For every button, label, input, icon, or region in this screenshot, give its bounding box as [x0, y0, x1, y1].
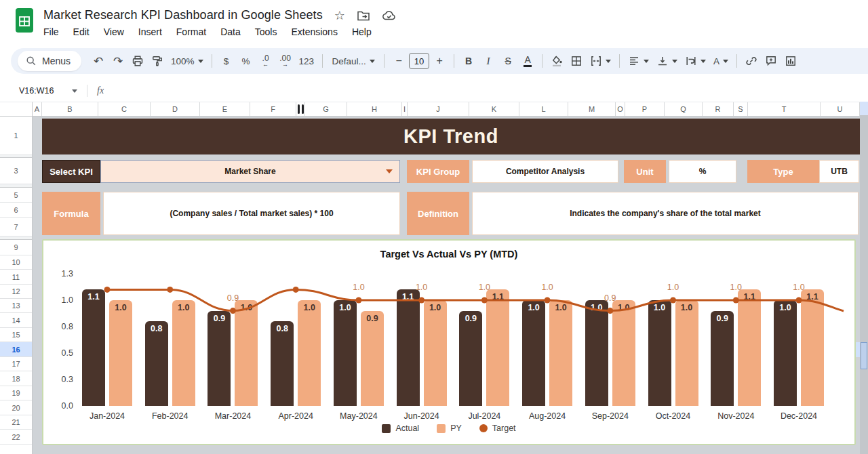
text-wrap-button[interactable] [682, 51, 709, 70]
column-header-R[interactable]: R [703, 102, 734, 116]
chevron-down-icon[interactable] [72, 89, 77, 93]
row-header-17[interactable]: 17 [0, 357, 32, 371]
kpi-group-value[interactable]: Competitor Analysis [472, 160, 618, 183]
row-header-12[interactable]: 12 [0, 285, 32, 299]
menu-item-extensions[interactable]: Extensions [291, 26, 337, 37]
format-currency-button[interactable]: $ [217, 51, 236, 70]
py-bar-value: 1.0 [612, 303, 635, 312]
cloud-status-icon[interactable] [382, 9, 397, 22]
select-all-corner[interactable] [0, 102, 33, 117]
row-header-3[interactable]: 3 [0, 158, 32, 184]
column-header-I[interactable]: I [402, 102, 408, 116]
insert-link-button[interactable] [742, 51, 761, 70]
row-header-9[interactable]: 9 [0, 240, 32, 255]
column-header-E[interactable]: E [200, 102, 250, 116]
sheets-logo-icon[interactable] [15, 7, 34, 33]
fill-color-button[interactable] [547, 51, 566, 70]
column-header-H[interactable]: H [347, 102, 402, 116]
merge-cells-button[interactable] [587, 51, 614, 70]
horizontal-align-button[interactable] [625, 51, 652, 70]
document-title[interactable]: Market Research KPI Dashboard in Google … [43, 8, 323, 22]
column-header-P[interactable]: P [625, 102, 665, 116]
insert-chart-button[interactable] [781, 51, 800, 70]
decrease-font-size-button[interactable]: − [389, 51, 408, 70]
sheet-canvas[interactable]: KPI Trend Select KPI Market Share KPI Gr… [33, 117, 860, 454]
scrollbar-thumb[interactable] [861, 342, 867, 369]
move-folder-icon[interactable] [357, 9, 370, 22]
row-header-16[interactable]: 16 [0, 342, 32, 357]
decrease-decimal-button[interactable]: .0 ← [256, 51, 275, 70]
row-header-18[interactable]: 18 [0, 371, 32, 386]
font-family-selector[interactable]: Defaul... [328, 51, 379, 70]
row-header-21[interactable]: 21 [0, 415, 32, 430]
menu-item-format[interactable]: Format [176, 26, 206, 37]
column-header-U[interactable]: U [821, 102, 860, 116]
column-header-T[interactable]: T [748, 102, 821, 116]
menu-item-view[interactable]: View [104, 26, 124, 37]
paint-format-button[interactable] [148, 51, 167, 70]
increase-font-size-button[interactable]: + [430, 51, 449, 70]
print-button[interactable] [128, 51, 147, 70]
bold-button[interactable]: B [459, 51, 478, 70]
text-rotation-button[interactable]: A [710, 51, 732, 70]
format-percent-button[interactable]: % [237, 51, 256, 70]
column-header-S[interactable]: S [734, 102, 748, 116]
unit-value[interactable]: % [669, 160, 736, 183]
more-formats-button[interactable]: 123 [296, 51, 318, 70]
zoom-control[interactable]: 100% [167, 51, 207, 70]
borders-button[interactable] [567, 51, 586, 70]
x-axis-label: Oct-2024 [642, 411, 705, 421]
definition-value[interactable]: Indicates the company's share of the tot… [472, 192, 859, 235]
menu-item-file[interactable]: File [43, 26, 59, 37]
vertical-align-button[interactable] [653, 51, 681, 70]
actual-bar [145, 321, 168, 406]
menu-item-help[interactable]: Help [352, 26, 372, 37]
row-header-13[interactable]: 13 [0, 299, 32, 313]
menus-search-button[interactable]: Menus [18, 51, 81, 71]
row-header-20[interactable]: 20 [0, 400, 32, 415]
column-header-C[interactable]: C [98, 102, 151, 116]
formula-value[interactable]: (Company sales / Total market sales) * 1… [103, 192, 400, 235]
row-header-10[interactable]: 10 [0, 255, 32, 270]
column-header-J[interactable]: J [408, 102, 469, 116]
italic-button[interactable]: I [479, 51, 498, 70]
star-icon[interactable]: ☆ [334, 9, 345, 22]
undo-button[interactable]: ↶ [89, 51, 108, 70]
row-header-1[interactable]: 1 [0, 117, 32, 155]
hidden-column-indicator[interactable] [296, 102, 305, 116]
row-header-19[interactable]: 19 [0, 386, 32, 400]
column-header-F[interactable]: F [250, 102, 296, 116]
column-header-B[interactable]: B [42, 102, 98, 116]
menu-item-data[interactable]: Data [220, 26, 241, 37]
vertical-scrollbar[interactable] [860, 102, 868, 454]
menu-item-insert[interactable]: Insert [138, 26, 162, 37]
column-header-D[interactable]: D [151, 102, 200, 116]
insert-comment-button[interactable] [762, 51, 781, 70]
font-size-input[interactable]: 10 [409, 53, 429, 69]
text-color-button[interactable]: A [518, 51, 537, 70]
row-header-7[interactable]: 7 [0, 218, 32, 236]
column-header-A[interactable]: A [33, 102, 42, 116]
row-header-14[interactable]: 14 [0, 313, 32, 328]
column-header-G[interactable]: G [305, 102, 347, 116]
row-header-11[interactable]: 11 [0, 270, 32, 285]
dropdown-caret-icon[interactable] [386, 169, 393, 173]
name-box[interactable]: V16:W16 [19, 86, 71, 96]
select-kpi-dropdown[interactable]: Market Share [100, 160, 400, 183]
row-header-22[interactable]: 22 [0, 430, 32, 445]
menu-item-edit[interactable]: Edit [73, 26, 90, 37]
row-header-15[interactable]: 15 [0, 328, 32, 342]
increase-decimal-button[interactable]: .00 → [276, 51, 295, 70]
column-header-O[interactable]: O [616, 102, 625, 116]
type-value[interactable]: UTB [819, 160, 859, 183]
row-header-6[interactable]: 6 [0, 203, 32, 218]
column-header-L[interactable]: L [519, 102, 568, 116]
kpi-trend-chart[interactable]: Target Vs Actual Vs PY (MTD) 1.31.00.80.… [42, 239, 856, 445]
redo-button[interactable]: ↷ [108, 51, 127, 70]
strikethrough-button[interactable]: S [498, 51, 517, 70]
column-header-K[interactable]: K [469, 102, 519, 116]
menu-item-tools[interactable]: Tools [255, 26, 277, 37]
column-header-M[interactable]: M [568, 102, 616, 116]
column-header-Q[interactable]: Q [665, 102, 703, 116]
row-header-5[interactable]: 5 [0, 188, 32, 203]
